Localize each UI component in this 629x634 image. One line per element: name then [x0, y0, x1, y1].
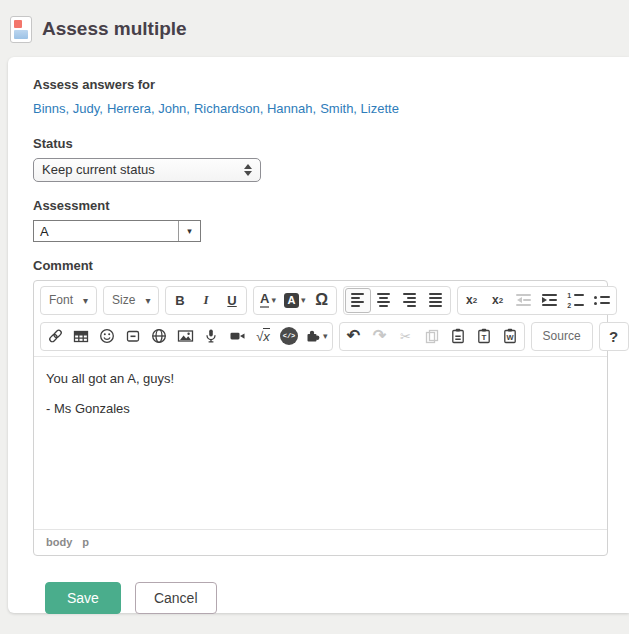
- align-left-button[interactable]: [345, 288, 371, 313]
- alignment-group: [343, 286, 451, 315]
- emoji-button[interactable]: [94, 324, 120, 349]
- paste-text-icon: T: [476, 328, 492, 344]
- table-icon: [73, 329, 89, 344]
- background-color-button[interactable]: A ▾: [281, 288, 309, 313]
- help-button[interactable]: ?: [601, 324, 627, 349]
- cut-button[interactable]: ✂: [393, 324, 419, 349]
- align-center-button[interactable]: [371, 288, 397, 313]
- embed-code-button[interactable]: </>: [276, 324, 302, 349]
- basic-styles-group: B I U: [165, 286, 247, 315]
- text-color-button[interactable]: A ▾: [255, 288, 281, 313]
- decrease-indent-icon: [516, 294, 531, 306]
- increase-indent-icon: [542, 294, 557, 306]
- chevron-down-icon: ▾: [187, 226, 192, 236]
- editor-content-area[interactable]: You all got an A, guys! - Ms Gonzales: [34, 357, 607, 529]
- increase-indent-button[interactable]: [537, 288, 563, 313]
- bullet-list-button[interactable]: [589, 288, 615, 313]
- insert-resource-button[interactable]: [120, 324, 146, 349]
- chevron-down-icon: ▾: [323, 331, 328, 341]
- font-dropdown-label: Font: [49, 293, 73, 307]
- numbered-list-button[interactable]: [563, 288, 589, 313]
- size-dropdown-label: Size: [112, 293, 135, 307]
- video-camera-icon: [229, 328, 246, 344]
- align-right-icon: [403, 293, 416, 307]
- bold-button[interactable]: B: [167, 288, 193, 313]
- microphone-icon: [203, 328, 219, 344]
- justify-icon: [429, 293, 442, 307]
- student-link[interactable]: Binns, Judy: [33, 101, 99, 116]
- globe-icon: [151, 328, 167, 344]
- resource-box-icon: [125, 328, 141, 344]
- decrease-indent-button[interactable]: [511, 288, 537, 313]
- chevron-down-icon: ▾: [145, 295, 150, 306]
- table-button[interactable]: [68, 324, 94, 349]
- justify-button[interactable]: [423, 288, 449, 313]
- source-group: Source: [531, 322, 593, 351]
- record-video-button[interactable]: [224, 324, 250, 349]
- insert-web-content-button[interactable]: [146, 324, 172, 349]
- student-link[interactable]: Richardson, Hannah: [194, 101, 313, 116]
- bullet-list-icon: [594, 296, 610, 305]
- comment-label: Comment: [33, 258, 615, 273]
- image-icon: [177, 328, 194, 344]
- svg-text:T: T: [481, 333, 486, 342]
- rich-text-editor: Font ▾ Size ▾ B I U A ▾ A ▾: [33, 280, 608, 556]
- superscript-icon: x: [492, 293, 499, 307]
- paste-button[interactable]: [445, 324, 471, 349]
- separator: ,: [99, 101, 103, 116]
- align-right-button[interactable]: [397, 288, 423, 313]
- text-color-icon: A: [260, 292, 269, 308]
- align-left-icon: [351, 293, 364, 307]
- copy-button[interactable]: [419, 324, 445, 349]
- student-link[interactable]: Smith, Lizette: [320, 101, 399, 116]
- puzzle-icon: [305, 328, 321, 344]
- copy-icon: [424, 329, 440, 344]
- insert-image-button[interactable]: [172, 324, 198, 349]
- chevron-down-icon: ▾: [301, 295, 306, 305]
- element-path-p[interactable]: p: [82, 536, 89, 548]
- embed-code-icon: </>: [280, 327, 298, 345]
- paste-word-icon: W: [502, 328, 518, 344]
- separator: ,: [313, 101, 317, 116]
- separator: ,: [186, 101, 190, 116]
- subscript-icon: x: [466, 293, 473, 307]
- paste-as-text-button[interactable]: T: [471, 324, 497, 349]
- math-formula-button[interactable]: √x: [250, 324, 276, 349]
- plugins-button[interactable]: ▾: [302, 324, 331, 349]
- undo-button[interactable]: ↶: [341, 324, 367, 349]
- student-link[interactable]: Herrera, John: [107, 101, 186, 116]
- superscript-button[interactable]: x2: [485, 288, 511, 313]
- link-button[interactable]: [42, 324, 68, 349]
- italic-button[interactable]: I: [193, 288, 219, 313]
- save-button[interactable]: Save: [45, 582, 121, 614]
- assessment-combobox[interactable]: A ▾: [33, 220, 201, 242]
- status-select-value: Keep current status: [42, 162, 155, 177]
- student-links: Binns, Judy,Herrera, John,Richardson, Ha…: [33, 99, 615, 119]
- redo-button[interactable]: ↷: [367, 324, 393, 349]
- font-dropdown[interactable]: Font ▾: [40, 286, 97, 315]
- element-path-body[interactable]: body: [46, 536, 72, 548]
- underline-button[interactable]: U: [219, 288, 245, 313]
- action-buttons: Save Cancel: [33, 582, 615, 614]
- editor-paragraph: You all got an A, guys!: [46, 371, 595, 386]
- status-label: Status: [33, 136, 615, 151]
- assessment-dropdown-button[interactable]: ▾: [178, 221, 200, 241]
- status-select[interactable]: Keep current status: [33, 158, 261, 182]
- source-button[interactable]: Source: [533, 324, 591, 349]
- size-dropdown[interactable]: Size ▾: [103, 286, 159, 315]
- numbered-list-icon: [567, 292, 584, 309]
- align-center-icon: [377, 293, 390, 307]
- clipboard-group: ↶ ↷ ✂ T W: [339, 322, 525, 351]
- record-audio-button[interactable]: [198, 324, 224, 349]
- paste-icon: [450, 328, 466, 344]
- paste-from-word-button[interactable]: W: [497, 324, 523, 349]
- cancel-button[interactable]: Cancel: [135, 582, 217, 614]
- assessment-value: A: [34, 221, 178, 241]
- color-char-group: A ▾ A ▾ Ω: [253, 286, 337, 315]
- assignment-icon: [10, 16, 32, 43]
- special-character-button[interactable]: Ω: [309, 288, 335, 313]
- assessment-label: Assessment: [33, 198, 615, 213]
- smiley-icon: [99, 328, 115, 344]
- subscript-button[interactable]: x2: [459, 288, 485, 313]
- svg-text:W: W: [506, 333, 514, 342]
